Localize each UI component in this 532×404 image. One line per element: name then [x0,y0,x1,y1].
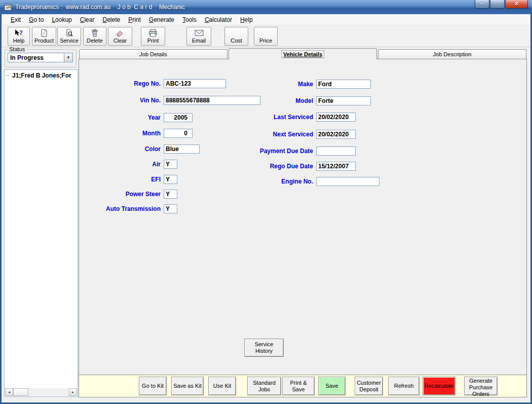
payment-due-date-field[interactable] [316,146,356,156]
menu-lookup[interactable]: Lookup [48,15,75,25]
use-kit-button[interactable]: Use Kit [208,377,236,395]
air-label: Air [82,160,161,168]
window-controls: ─ □ ✕ [474,0,528,9]
status-dropdown-value: In Progress [8,54,64,61]
efi-label: EFI [82,175,161,183]
vin-no-label: Vin No. [82,96,161,104]
print-button[interactable]: Print [141,27,165,46]
cost-button-label: Cost [231,38,242,44]
menu-delete[interactable]: Delete [98,15,124,25]
year-field[interactable] [164,113,193,122]
menu-bar: ExitGo toLookupClearDeletePrintGenerateT… [2,14,530,25]
tab-strip: Job DetailsVehicle DetailsJob Descriptio… [79,48,527,59]
color-field[interactable] [164,144,200,154]
go-to-kit-button[interactable]: Go to Kit [139,377,167,395]
make-label: Make [223,80,313,88]
delete-button-label: Delete [87,38,103,44]
model-field[interactable] [316,96,371,105]
print-button-label: Print [147,38,159,44]
product-button[interactable]: Product [32,27,56,46]
printer-icon [148,28,158,38]
eraser-icon [116,28,124,38]
clear-button[interactable]: Clear [108,27,132,46]
scroll-right-arrow-icon[interactable]: ► [69,388,77,396]
menu-tools[interactable]: Tools [178,15,201,25]
make-field[interactable] [316,80,371,89]
status-groupbox: Status In Progress ▼ [5,46,77,67]
status-group-label: Status [8,46,26,52]
month-field[interactable] [164,129,193,138]
trash-icon [91,28,99,38]
chevron-down-icon[interactable]: ▼ [64,53,72,62]
print-save-button[interactable]: Print & Save [282,377,315,395]
tab-label: Job Details [139,51,167,57]
menu-clear[interactable]: Clear [76,15,99,25]
standard-jobs-button[interactable]: Standard Jobs [247,377,281,395]
power-steer-label: Power Steer [82,190,161,198]
close-button[interactable]: ✕ [505,0,528,9]
power-steer-field[interactable] [164,190,177,199]
service-history-button[interactable]: Service History [244,339,284,357]
menu-exit[interactable]: Exit [7,15,25,25]
help-icon: ? [14,28,23,38]
app-window: Tradepronamics : www.rad.com.au J o b C … [0,0,532,404]
menu-help[interactable]: Help [236,15,257,25]
menu-calculator[interactable]: Calculator [201,15,236,25]
footer-button-bar: Go to KitSave as KitUse KitStandard Jobs… [79,375,527,397]
vehicle-details-panel: Rego No. Vin No. Year Month Color Air EF… [79,59,527,375]
tab-job-details[interactable]: Job Details [79,49,227,59]
recalculate-button[interactable]: Recalculate [423,377,455,395]
service-button[interactable]: Service [57,27,81,46]
help-button[interactable]: ? Help [8,27,30,46]
service-button-label: Service [60,38,79,44]
color-label: Color [82,145,161,153]
clear-button-label: Clear [113,38,127,44]
scroll-left-arrow-icon[interactable]: ◄ [5,388,13,396]
auto-transmission-label: Auto Transmission [82,205,161,213]
last-serviced-label: Last Serviced [223,113,313,121]
horizontal-scrollbar[interactable]: ◄ ► [5,388,77,396]
help-button-label: Help [13,38,25,44]
cost-button[interactable]: Cost [224,27,248,46]
app-icon [4,3,12,11]
status-dropdown[interactable]: In Progress ▼ [8,53,73,62]
tree-item-job[interactable]: J1;Fred B Jones;For [5,70,78,79]
tab-label: Job Description [433,51,472,57]
tab-label: Vehicle Details [282,51,324,58]
rego-due-date-field[interactable] [316,162,356,171]
menu-go-to[interactable]: Go to [25,15,48,25]
product-button-label: Product [34,38,54,44]
air-field[interactable] [164,160,177,169]
minimize-button[interactable]: ─ [475,0,489,9]
auto-transmission-field[interactable] [164,204,177,213]
tab-vehicle-details[interactable]: Vehicle Details [229,48,377,59]
next-serviced-field[interactable] [316,130,356,139]
refresh-button[interactable]: Refresh [388,377,420,395]
menu-generate[interactable]: Generate [145,15,178,25]
window-title: Tradepronamics : www.rad.com.au J o b C … [15,4,185,11]
title-bar: Tradepronamics : www.rad.com.au J o b C … [0,0,532,14]
customer-deposit-button[interactable]: Customer Deposit [355,377,383,395]
price-button[interactable]: Price [254,27,278,46]
year-label: Year [82,114,161,122]
document-search-icon [65,28,73,38]
toolbar: ? Help Product S [2,25,530,47]
delete-button[interactable]: Delete [83,27,106,46]
next-serviced-label: Next Serviced [223,130,313,138]
rego-due-date-label: Rego Due Date [223,162,313,170]
maximize-button[interactable]: □ [490,0,505,9]
engine-no-field[interactable] [316,177,379,186]
efi-field[interactable] [164,175,177,184]
envelope-icon [195,28,204,38]
menu-print[interactable]: Print [124,15,145,25]
save-button[interactable]: Save [318,377,346,395]
rego-no-field[interactable] [164,79,226,88]
last-serviced-field[interactable] [316,113,356,122]
save-as-kit-button[interactable]: Save as Kit [171,377,204,395]
svg-text:?: ? [19,29,23,36]
tab-job-description[interactable]: Job Description [378,49,526,59]
month-label: Month [82,129,161,137]
email-button[interactable]: Email [186,27,211,46]
scrollbar-thumb[interactable] [13,388,28,396]
generate-purchase-orders-button[interactable]: Generate Purchase Orders [464,377,498,395]
